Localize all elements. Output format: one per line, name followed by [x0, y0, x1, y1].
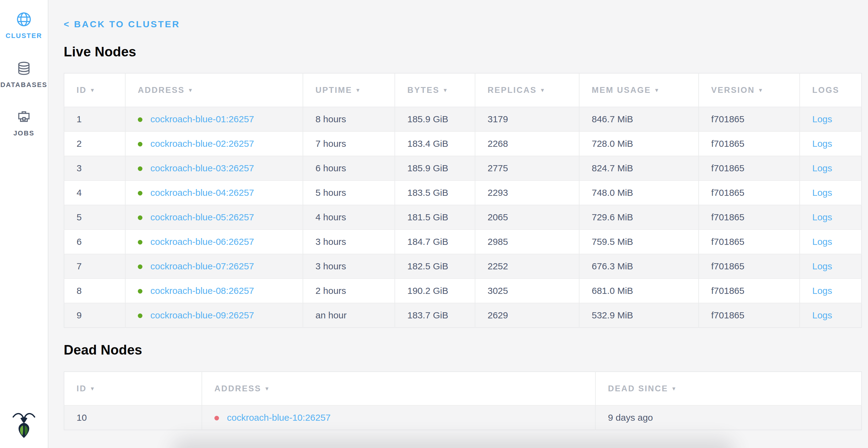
- briefcase-icon: [16, 109, 32, 124]
- logs-link[interactable]: Logs: [812, 286, 832, 296]
- column-header-mem[interactable]: MEM USAGE▾: [579, 73, 699, 107]
- cell-replicas: 2268: [475, 131, 579, 156]
- cell-version: f701865: [699, 205, 800, 230]
- cell-bytes: 185.9 GiB: [395, 156, 475, 180]
- live-nodes-title: Live Nodes: [64, 44, 136, 59]
- sidebar-item-databases[interactable]: DATABASES: [0, 61, 48, 89]
- cell-address: cockroach-blue-05:26257: [125, 205, 303, 230]
- logs-link[interactable]: Logs: [812, 310, 832, 320]
- column-header-uptime[interactable]: UPTIME▾: [303, 73, 395, 107]
- sort-arrow-icon: ▾: [759, 87, 762, 93]
- column-header-id[interactable]: ID▾: [64, 73, 125, 107]
- column-header-id[interactable]: ID▾: [64, 372, 202, 406]
- cell-bytes: 183.7 GiB: [395, 303, 475, 328]
- column-header-address[interactable]: ADDRESS▾: [202, 372, 595, 406]
- cell-mem: 748.0 MiB: [579, 180, 699, 205]
- cell-address: cockroach-blue-03:26257: [125, 156, 303, 180]
- cell-replicas: 3179: [475, 107, 579, 131]
- sort-arrow-icon: ▾: [266, 386, 268, 392]
- cell-address: cockroach-blue-01:26257: [125, 107, 303, 131]
- cell-uptime: 3 hours: [303, 254, 395, 278]
- table-row: 8cockroach-blue-08:262572 hours190.2 GiB…: [64, 278, 862, 303]
- cell-mem: 676.3 MiB: [579, 254, 699, 278]
- cell-id: 3: [64, 156, 125, 180]
- cell-bytes: 190.2 GiB: [395, 278, 475, 303]
- logs-link[interactable]: Logs: [812, 261, 832, 271]
- live-status-dot-icon: [138, 142, 143, 147]
- cell-mem: 846.7 MiB: [579, 107, 699, 131]
- column-header-dead_since[interactable]: DEAD SINCE▾: [595, 372, 862, 406]
- sidebar-item-label: CLUSTER: [5, 32, 42, 40]
- column-header-address[interactable]: ADDRESS▾: [125, 73, 303, 107]
- cell-address: cockroach-blue-09:26257: [125, 303, 303, 328]
- cell-id: 8: [64, 278, 125, 303]
- logs-link[interactable]: Logs: [812, 212, 832, 222]
- live-nodes-table: ID▾ADDRESS▾UPTIME▾BYTES▾REPLICAS▾MEM USA…: [64, 73, 862, 328]
- cell-replicas: 2065: [475, 205, 579, 230]
- cell-uptime: an hour: [303, 303, 395, 328]
- node-address-link[interactable]: cockroach-blue-04:26257: [150, 187, 254, 198]
- sidebar-item-jobs[interactable]: JOBS: [0, 109, 48, 137]
- cell-replicas: 2293: [475, 180, 579, 205]
- node-address-link[interactable]: cockroach-blue-09:26257: [150, 310, 254, 320]
- cockroach-logo[interactable]: [0, 411, 48, 438]
- live-status-dot-icon: [138, 240, 143, 244]
- table-row: 1cockroach-blue-01:262578 hours185.9 GiB…: [64, 107, 862, 131]
- cell-id: 10: [64, 406, 202, 430]
- dead-nodes-title: Dead Nodes: [64, 342, 142, 358]
- cell-replicas: 2775: [475, 156, 579, 180]
- logs-link[interactable]: Logs: [812, 114, 832, 124]
- cell-address: cockroach-blue-02:26257: [125, 131, 303, 156]
- logs-link[interactable]: Logs: [812, 187, 832, 198]
- logs-link[interactable]: Logs: [812, 139, 832, 149]
- cell-uptime: 3 hours: [303, 230, 395, 254]
- cell-version: f701865: [699, 131, 800, 156]
- cell-logs: Logs: [800, 230, 862, 254]
- cell-logs: Logs: [800, 131, 862, 156]
- cell-id: 4: [64, 180, 125, 205]
- node-address-link[interactable]: cockroach-blue-06:26257: [150, 237, 254, 247]
- cell-version: f701865: [699, 303, 800, 328]
- sidebar-item-cluster[interactable]: CLUSTER: [0, 12, 48, 40]
- node-address-link[interactable]: cockroach-blue-01:26257: [150, 114, 254, 124]
- logs-link[interactable]: Logs: [812, 237, 832, 247]
- cell-uptime: 7 hours: [303, 131, 395, 156]
- cell-dead_since: 9 days ago: [595, 406, 862, 430]
- cell-id: 1: [64, 107, 125, 131]
- live-status-dot-icon: [138, 191, 143, 196]
- cell-uptime: 5 hours: [303, 180, 395, 205]
- node-address-link[interactable]: cockroach-blue-07:26257: [150, 261, 254, 271]
- cell-address: cockroach-blue-10:26257: [202, 406, 595, 430]
- logs-link[interactable]: Logs: [812, 163, 832, 173]
- node-address-link[interactable]: cockroach-blue-02:26257: [150, 139, 254, 149]
- column-label: ID: [76, 384, 87, 393]
- column-header-logs: LOGS: [800, 73, 862, 107]
- cell-mem: 728.0 MiB: [579, 131, 699, 156]
- cell-id: 7: [64, 254, 125, 278]
- cell-mem: 824.7 MiB: [579, 156, 699, 180]
- table-row: 7cockroach-blue-07:262573 hours182.5 GiB…: [64, 254, 862, 278]
- cell-uptime: 2 hours: [303, 278, 395, 303]
- bottom-edge-shadow: [172, 439, 735, 448]
- sort-arrow-icon: ▾: [356, 87, 359, 93]
- cell-logs: Logs: [800, 156, 862, 180]
- cell-logs: Logs: [800, 205, 862, 230]
- sidebar-item-label: DATABASES: [0, 81, 47, 89]
- column-header-replicas[interactable]: REPLICAS▾: [475, 73, 579, 107]
- cell-bytes: 181.5 GiB: [395, 205, 475, 230]
- cell-id: 2: [64, 131, 125, 156]
- table-row: 9cockroach-blue-09:26257an hour183.7 GiB…: [64, 303, 862, 328]
- column-header-version[interactable]: VERSION▾: [699, 73, 800, 107]
- cell-bytes: 185.9 GiB: [395, 107, 475, 131]
- node-address-link[interactable]: cockroach-blue-10:26257: [227, 413, 331, 423]
- column-header-bytes[interactable]: BYTES▾: [395, 73, 475, 107]
- node-address-link[interactable]: cockroach-blue-08:26257: [150, 286, 254, 296]
- column-label: ID: [76, 86, 87, 95]
- back-to-cluster-link[interactable]: < BACK TO CLUSTER: [64, 19, 180, 29]
- cell-version: f701865: [699, 107, 800, 131]
- node-address-link[interactable]: cockroach-blue-03:26257: [150, 163, 254, 173]
- dead-status-dot-icon: [214, 416, 219, 420]
- column-label: BYTES: [407, 86, 439, 95]
- node-address-link[interactable]: cockroach-blue-05:26257: [150, 212, 254, 222]
- column-label: UPTIME: [315, 86, 352, 95]
